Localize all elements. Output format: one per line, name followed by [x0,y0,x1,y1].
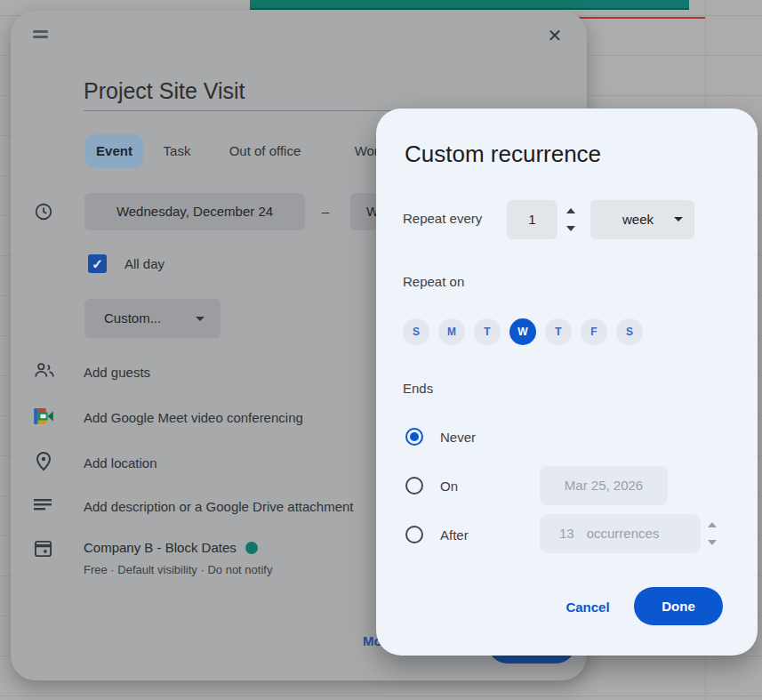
tab-out-of-office[interactable]: Out of office [212,134,318,168]
repeat-on-label: Repeat on [403,274,464,289]
day-chip-thursday[interactable]: T [545,318,572,345]
radio-never-label[interactable]: Never [440,430,476,445]
cancel-button[interactable]: Cancel [552,595,623,620]
date-separator: – [317,193,334,230]
event-title[interactable]: Project Site Visit [84,78,245,104]
tab-task[interactable]: Task [155,134,199,168]
done-button[interactable]: Done [634,587,723,625]
drag-handle-icon[interactable] [33,30,48,38]
dialog-title: Custom recurrence [405,141,601,168]
tab-event[interactable]: Event [85,134,143,168]
location-pin-icon [34,451,55,472]
close-icon[interactable]: ✕ [542,23,567,48]
add-location-row[interactable]: Add location [84,455,157,471]
current-time-indicator [579,17,705,19]
day-chip-monday[interactable]: M [438,318,465,345]
start-date-field[interactable]: Wednesday, December 24 [84,193,305,230]
end-date-input[interactable]: Mar 25, 2026 [540,466,668,505]
interval-input[interactable]: 1 [507,200,557,239]
radio-on[interactable] [405,477,423,495]
calendar-name-label: Company B - Block Dates [84,540,237,555]
custom-recurrence-dialog: Custom recurrence Repeat every 1 week Re… [376,109,758,656]
add-guests-row[interactable]: Add guests [84,365,150,380]
stepper-up-icon[interactable] [708,522,717,527]
interval-stepper[interactable] [564,200,578,239]
occurrence-suffix: occurrences [587,526,660,541]
clock-icon [34,202,55,223]
guests-icon [34,361,55,382]
radio-after[interactable] [405,526,423,543]
calendar-icon [34,539,55,560]
calendar-name[interactable]: Company B - Block Dates [84,540,258,555]
day-chip-sunday[interactable]: S [403,318,429,345]
stepper-down-icon[interactable] [566,226,575,231]
calendar-color-dot [245,542,258,554]
calendar-details: Free · Default visibility · Do not notif… [84,563,272,576]
add-meet-row[interactable]: Add Google Meet video conferencing [84,410,303,425]
day-chip-tuesday[interactable]: T [474,318,501,345]
radio-after-label[interactable]: After [440,527,469,543]
description-icon [34,499,55,520]
day-chip-wednesday[interactable]: W [509,318,536,345]
ends-label: Ends [403,381,433,396]
occurrences-stepper[interactable] [705,514,719,553]
all-day-label: All day [124,256,164,271]
stepper-down-icon[interactable] [708,540,717,545]
background-event-bar [250,0,689,10]
add-description-row[interactable]: Add description or a Google Drive attach… [84,499,354,514]
chevron-down-icon [674,217,683,221]
occurrences-input[interactable]: 13occurrences [540,514,701,553]
radio-never[interactable] [405,428,423,446]
day-chip-friday[interactable]: F [581,318,607,345]
repeat-every-label: Repeat every [403,211,482,226]
occurrence-count: 13 [559,526,574,541]
radio-on-label[interactable]: On [440,479,458,494]
all-day-checkbox[interactable]: ✓ [88,254,107,273]
chevron-down-icon [196,317,205,321]
google-meet-icon [34,408,55,430]
day-chip-saturday[interactable]: S [616,318,643,345]
stepper-up-icon[interactable] [566,208,575,213]
